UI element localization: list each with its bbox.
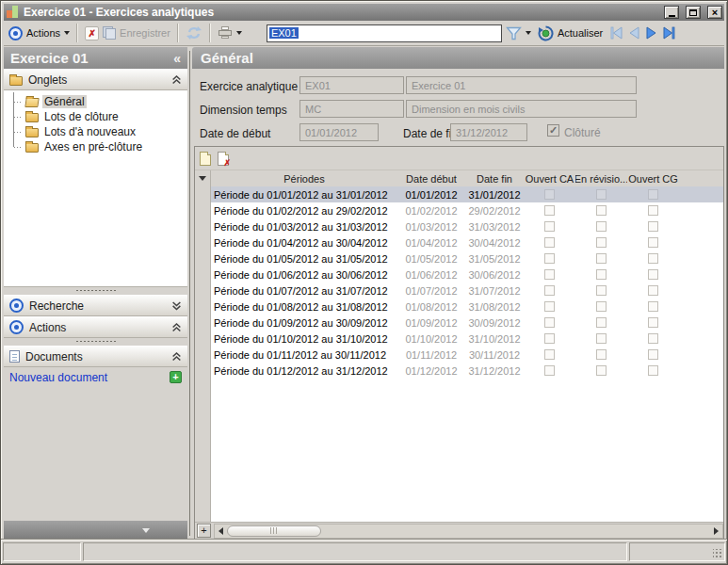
table-row[interactable]: Période du 01/02/2012 au 29/02/2012 01/0… (211, 202, 723, 218)
new-document-link[interactable]: Nouveau document (9, 371, 164, 384)
ouvert-ca-checkbox[interactable] (544, 189, 555, 200)
column-header-periodes[interactable]: Périodes (211, 170, 397, 186)
ouvert-cg-checkbox[interactable] (648, 349, 658, 360)
en-revision-checkbox[interactable] (596, 269, 607, 280)
next-record-button[interactable] (644, 26, 658, 40)
column-header-date-fin[interactable]: Date fin (465, 170, 524, 186)
en-revision-checkbox[interactable] (596, 221, 607, 232)
horizontal-scrollbar[interactable] (214, 524, 723, 539)
table-row[interactable]: Période du 01/05/2012 au 31/05/2012 01/0… (211, 250, 723, 266)
previous-record-button[interactable] (627, 26, 641, 40)
minimize-button[interactable] (664, 6, 679, 19)
table-row[interactable]: Période du 01/12/2012 au 31/12/2012 01/1… (211, 363, 723, 379)
ouvert-cg-checkbox[interactable] (648, 237, 658, 248)
filter-chevron-down-icon[interactable] (526, 31, 531, 35)
ouvert-cg-checkbox[interactable] (648, 301, 658, 312)
chevron-double-down-icon[interactable] (171, 300, 182, 311)
row-selector-header[interactable] (195, 170, 211, 186)
section-actions[interactable]: Actions (4, 316, 187, 338)
ouvert-ca-checkbox[interactable] (544, 349, 555, 360)
ouvert-ca-checkbox[interactable] (544, 269, 555, 280)
ouvert-ca-checkbox[interactable] (544, 317, 555, 328)
table-row[interactable]: Période du 01/04/2012 au 30/04/2012 01/0… (211, 234, 723, 250)
dimension-name-field[interactable]: Dimension en mois civils (406, 100, 637, 118)
print-button[interactable] (218, 26, 242, 40)
delete-button[interactable]: ✗ (85, 26, 99, 40)
en-revision-checkbox[interactable] (596, 189, 607, 200)
exercice-name-field[interactable]: Exercice 01 (406, 76, 637, 94)
maximize-button[interactable] (686, 6, 701, 19)
ouvert-cg-checkbox[interactable] (648, 317, 658, 328)
table-row[interactable]: Période du 01/08/2012 au 31/08/2012 01/0… (211, 299, 723, 315)
ouvert-cg-checkbox[interactable] (648, 253, 658, 264)
ouvert-ca-checkbox[interactable] (544, 333, 555, 344)
column-header-date-debut[interactable]: Date début (397, 170, 465, 186)
en-revision-checkbox[interactable] (596, 301, 607, 312)
delete-period-button[interactable]: ✗ (218, 152, 229, 166)
table-row[interactable]: Période du 01/09/2012 au 30/09/2012 01/0… (211, 315, 723, 331)
refresh-button[interactable]: Actualiser (558, 27, 603, 39)
ouvert-ca-checkbox[interactable] (544, 221, 555, 232)
new-period-button[interactable] (200, 152, 211, 166)
ouvert-cg-checkbox[interactable] (648, 221, 658, 232)
filter-icon[interactable] (506, 26, 522, 40)
ouvert-cg-checkbox[interactable] (648, 189, 658, 200)
date-debut-field[interactable]: 01/01/2012 (299, 123, 379, 141)
ouvert-cg-checkbox[interactable] (648, 365, 658, 376)
tree-item-lots-de-cloture[interactable]: Lots de clôture (13, 109, 187, 124)
ouvert-ca-checkbox[interactable] (544, 285, 555, 296)
table-row[interactable]: Période du 01/01/2012 au 31/01/2012 01/0… (211, 186, 723, 202)
chevron-double-up-icon[interactable] (171, 322, 182, 332)
section-onglets[interactable]: Onglets (4, 69, 187, 90)
column-header-en-revision[interactable]: En révisio... (575, 170, 627, 186)
ouvert-ca-checkbox[interactable] (544, 301, 555, 312)
en-revision-checkbox[interactable] (596, 237, 607, 248)
sidebar-bottom-bar[interactable] (4, 521, 187, 540)
section-recherche[interactable]: Recherche (4, 295, 187, 316)
scrollbar-thumb[interactable] (227, 525, 321, 537)
en-revision-checkbox[interactable] (596, 253, 607, 264)
add-row-button[interactable]: + (197, 524, 211, 538)
tree-item-axes-pre-cloture[interactable]: Axes en pré-clôture (13, 139, 187, 154)
first-record-button[interactable] (608, 26, 624, 40)
last-record-button[interactable] (661, 26, 677, 40)
sidebar-collapse-button[interactable]: « (173, 51, 181, 66)
ouvert-cg-checkbox[interactable] (648, 205, 658, 216)
close-button[interactable]: × (707, 6, 722, 19)
table-row[interactable]: Période du 01/06/2012 au 30/06/2012 01/0… (211, 266, 723, 282)
en-revision-checkbox[interactable] (596, 205, 607, 216)
resize-grip-icon[interactable] (713, 549, 722, 558)
refresh-icon[interactable] (186, 25, 202, 40)
tree-item-lots-da-nouveaux[interactable]: Lots d'à nouveaux (13, 124, 187, 139)
ouvert-ca-checkbox[interactable] (544, 253, 555, 264)
ouvert-ca-checkbox[interactable] (544, 365, 555, 376)
chevron-double-up-icon[interactable] (171, 351, 182, 362)
column-header-ouvert-cg[interactable]: Ouvert CG (627, 170, 679, 186)
scroll-right-button[interactable] (710, 525, 722, 538)
ouvert-cg-checkbox[interactable] (648, 333, 658, 344)
date-fin-field[interactable]: 31/12/2012 (450, 123, 527, 141)
actions-menu-button[interactable]: Actions (26, 27, 70, 39)
en-revision-checkbox[interactable] (596, 333, 607, 344)
table-row[interactable]: Période du 01/07/2012 au 31/07/2012 01/0… (211, 282, 723, 299)
chevron-double-up-icon[interactable] (171, 74, 182, 85)
ouvert-cg-checkbox[interactable] (648, 269, 658, 280)
en-revision-checkbox[interactable] (596, 365, 607, 376)
search-input[interactable]: EX01 (267, 24, 502, 42)
dimension-code-field[interactable]: MC (299, 100, 404, 118)
ouvert-cg-checkbox[interactable] (648, 285, 658, 296)
table-row[interactable]: Période du 01/11/2012 au 30/11/2012 01/1… (211, 347, 723, 363)
save-button[interactable]: Enregistrer (103, 26, 170, 40)
en-revision-checkbox[interactable] (596, 285, 607, 296)
en-revision-checkbox[interactable] (596, 349, 607, 360)
table-row[interactable]: Période du 01/10/2012 au 31/10/2012 01/1… (211, 331, 723, 347)
table-row[interactable]: Période du 01/03/2012 au 31/03/2012 01/0… (211, 218, 723, 234)
sidebar-splitter[interactable] (4, 338, 187, 346)
section-documents[interactable]: Documents (4, 346, 187, 367)
en-revision-checkbox[interactable] (596, 317, 607, 328)
tree-item-general[interactable]: Général (13, 94, 187, 109)
ouvert-ca-checkbox[interactable] (544, 237, 555, 248)
exercice-code-field[interactable]: EX01 (299, 76, 404, 94)
column-header-ouvert-ca[interactable]: Ouvert CA (524, 170, 575, 186)
cloture-checkbox[interactable]: ✓ (547, 124, 559, 137)
